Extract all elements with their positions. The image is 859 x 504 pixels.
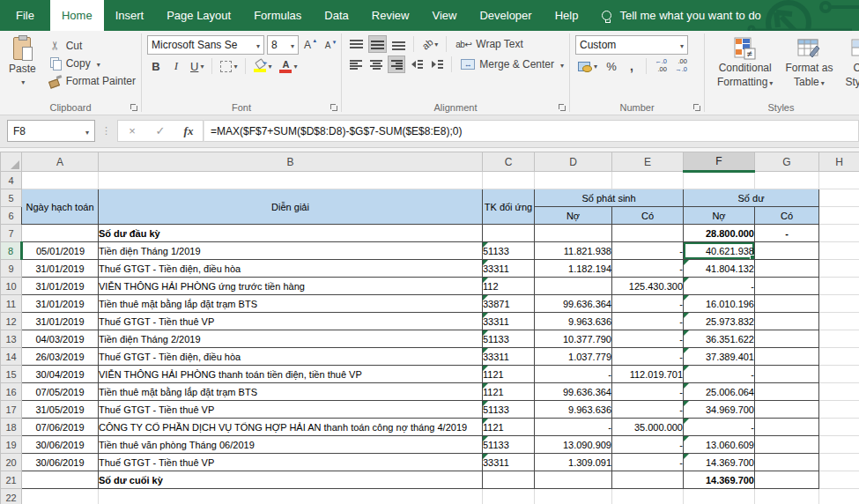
tab-insert[interactable]: Insert	[104, 0, 156, 31]
cell-D13[interactable]: 10.377.790	[535, 330, 612, 348]
insert-function-button[interactable]: fx	[174, 121, 203, 141]
row-header-22[interactable]: 22	[1, 489, 22, 504]
cell-A17[interactable]: 31/05/2019	[22, 401, 99, 419]
row-header-18[interactable]: 18	[1, 419, 22, 436]
cell-F21[interactable]: 14.369.700	[684, 471, 755, 489]
cell-C17[interactable]: 51133	[483, 401, 535, 419]
middle-align-button[interactable]	[368, 35, 387, 53]
grow-font-button[interactable]: A	[301, 36, 319, 54]
cell-C4[interactable]	[483, 172, 535, 189]
row-header-8[interactable]: 8	[1, 242, 22, 260]
cell-B7[interactable]: Số dư đầu kỳ	[99, 225, 483, 242]
tab-view[interactable]: View	[420, 0, 468, 31]
col-header-A[interactable]: A	[22, 152, 99, 172]
fill-color-button[interactable]	[251, 57, 274, 75]
cell-H12[interactable]	[819, 313, 859, 330]
header-cell-B5[interactable]: Diễn giải	[99, 189, 483, 225]
decrease-indent-button[interactable]	[408, 56, 426, 73]
cell-G12[interactable]	[755, 313, 819, 330]
cell-F7[interactable]: 28.800.000	[684, 225, 755, 242]
row-header-7[interactable]: 7	[1, 225, 22, 242]
cell-G7[interactable]: -	[755, 225, 819, 242]
cell-E18[interactable]: 35.000.000	[612, 419, 684, 436]
cell-H4[interactable]	[819, 172, 859, 189]
cell-F9[interactable]: 41.804.132	[684, 260, 755, 278]
cell-A14[interactable]: 26/03/2019	[22, 348, 99, 366]
cell-H8[interactable]	[819, 242, 859, 260]
cell-A21[interactable]	[22, 471, 99, 489]
underline-button[interactable]: U	[188, 57, 206, 75]
col-header-E[interactable]: E	[612, 152, 684, 172]
header-cell-G6[interactable]: Có	[755, 207, 819, 225]
cell-E9[interactable]: -	[612, 260, 684, 278]
font-dialog-launcher[interactable]	[330, 103, 338, 112]
cell-F18[interactable]: -	[684, 419, 755, 436]
cell-F19[interactable]: 13.060.609	[684, 436, 755, 454]
cell-G8[interactable]	[755, 242, 819, 260]
cell-D4[interactable]	[535, 172, 612, 189]
align-center-button[interactable]	[367, 56, 385, 73]
cell-A15[interactable]: 30/04/2019	[22, 366, 99, 383]
cell-F15[interactable]: -	[684, 366, 755, 383]
cell-B12[interactable]: Thuế GTGT - Tiền thuê VP	[99, 313, 483, 330]
cell-F13[interactable]: 36.351.622	[684, 330, 755, 348]
row-header-21[interactable]: 21	[1, 471, 22, 489]
tab-help[interactable]: Help	[544, 0, 590, 31]
cell-H9[interactable]	[819, 260, 859, 278]
row-header-9[interactable]: 9	[1, 260, 22, 278]
header-cell-C5[interactable]: TK đối ứng	[483, 189, 535, 225]
cell-C7[interactable]	[483, 225, 535, 242]
bottom-align-button[interactable]	[389, 35, 408, 53]
cell-F17[interactable]: 34.969.700	[684, 401, 755, 419]
align-right-button[interactable]	[388, 56, 405, 73]
col-header-C[interactable]: C	[483, 152, 535, 172]
row-header-12[interactable]: 12	[1, 313, 22, 330]
cell-E8[interactable]: -	[612, 242, 684, 260]
cell-E21[interactable]	[612, 471, 684, 489]
cell-F10[interactable]: -	[684, 278, 755, 295]
row-header-10[interactable]: 10	[1, 278, 22, 295]
cell-D7[interactable]	[535, 225, 612, 242]
cell-E16[interactable]: -	[612, 383, 684, 401]
cell-A4[interactable]	[22, 172, 99, 189]
row-header-11[interactable]: 11	[1, 295, 22, 313]
row-header-6[interactable]: 6	[1, 207, 22, 225]
cell-F12[interactable]: 25.973.832	[684, 313, 755, 330]
header-cell-F5[interactable]: Số dư	[684, 189, 819, 207]
cell-C18[interactable]: 1121	[483, 419, 535, 436]
cell-H15[interactable]	[819, 366, 859, 383]
cell-H5[interactable]	[819, 189, 859, 207]
tab-page-layout[interactable]: Page Layout	[155, 0, 242, 31]
cell-G11[interactable]	[755, 295, 819, 313]
font-name-combo[interactable]: Microsoft Sans Se	[147, 35, 264, 55]
cell-B15[interactable]: VIỄN THÔNG HẢI PHÒNG thanh toán tiền điệ…	[99, 366, 483, 383]
enter-button[interactable]: ✓	[146, 121, 174, 141]
cell-D17[interactable]: 9.963.636	[535, 401, 612, 419]
cell-F11[interactable]: 16.010.196	[684, 295, 755, 313]
cell-H19[interactable]	[819, 436, 859, 454]
cut-button[interactable]: ✂ Cut	[45, 37, 139, 54]
increase-decimal-button[interactable]: ←.0.00	[652, 57, 670, 75]
cell-E12[interactable]: -	[612, 313, 684, 330]
cell-C14[interactable]: 33311	[483, 348, 535, 366]
number-dialog-launcher[interactable]	[692, 103, 701, 112]
cell-E17[interactable]: -	[612, 401, 684, 419]
tab-developer[interactable]: Developer	[468, 0, 543, 31]
cell-F16[interactable]: 25.006.064	[684, 383, 755, 401]
select-all-corner[interactable]	[1, 152, 22, 172]
row-header-4[interactable]: 4	[1, 172, 22, 189]
cell-B22[interactable]	[99, 489, 483, 504]
increase-indent-button[interactable]	[428, 56, 446, 73]
cell-B9[interactable]: Thuế GTGT - Tiền điện, điều hòa	[99, 260, 483, 278]
cell-C19[interactable]: 51133	[483, 436, 535, 454]
cell-G18[interactable]	[755, 419, 819, 436]
cell-C22[interactable]	[483, 489, 535, 504]
cell-D18[interactable]: -	[535, 419, 612, 436]
tab-data[interactable]: Data	[313, 0, 359, 31]
cell-D9[interactable]: 1.182.194	[535, 260, 612, 278]
cell-H20[interactable]	[819, 454, 859, 471]
cell-A20[interactable]: 30/06/2019	[22, 454, 99, 471]
italic-button[interactable]: I	[167, 57, 185, 75]
cell-H11[interactable]	[819, 295, 859, 313]
cell-G22[interactable]	[755, 489, 819, 504]
